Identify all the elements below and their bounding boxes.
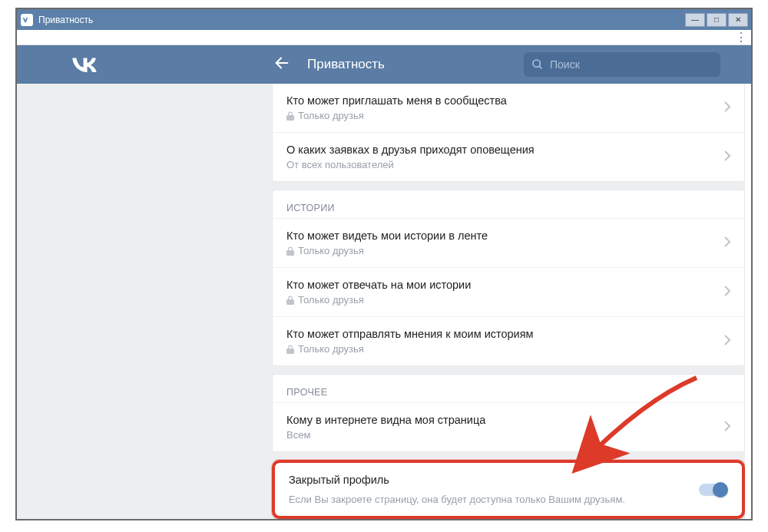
- setting-value: Только друзья: [286, 343, 724, 355]
- setting-title: Кому в интернете видна моя страница: [286, 414, 724, 426]
- setting-row-friend-requests[interactable]: О каких заявках в друзья приходят оповещ…: [273, 132, 744, 181]
- settings-panel-private-profile: Закрытый профиль Если Вы закроете страни…: [272, 460, 745, 519]
- setting-row-stories-view[interactable]: Кто может видеть мои истории в ленте Тол…: [273, 218, 744, 267]
- menubar: ⋮: [17, 30, 751, 45]
- setting-title: Кто может приглашать меня в сообщества: [286, 94, 724, 107]
- search-input[interactable]: [524, 52, 720, 77]
- titlebar[interactable]: Приватность ― □ ✕: [17, 9, 751, 30]
- settings-panel-other: ПРОЧЕЕ Кому в интернете видна моя страни…: [272, 374, 745, 452]
- section-heading: ПРОЧЕЕ: [273, 375, 744, 402]
- setting-value: От всех пользователей: [286, 159, 724, 170]
- lock-icon: [286, 111, 294, 121]
- lock-icon: [286, 296, 294, 305]
- content-area: Кто может приглашать меня в сообщества Т…: [17, 84, 745, 519]
- app-header: Приватность: [17, 45, 751, 84]
- setting-row-private-profile[interactable]: Закрытый профиль Если Вы закроете страни…: [275, 463, 742, 516]
- setting-row-stories-opinions[interactable]: Кто может отправлять мнения к моим истор…: [273, 316, 744, 365]
- vk-logo-icon[interactable]: [66, 56, 103, 73]
- chevron-right-icon: [724, 286, 730, 299]
- maximize-button[interactable]: □: [707, 13, 727, 27]
- setting-description: Если Вы закроете страницу, она будет дос…: [289, 489, 699, 505]
- lock-icon: [286, 246, 294, 256]
- back-arrow-icon[interactable]: [273, 55, 290, 74]
- setting-value: Только друзья: [286, 294, 724, 306]
- settings-panel: Кто может приглашать меня в сообщества Т…: [272, 84, 745, 182]
- vk-app-icon: [20, 13, 34, 27]
- setting-value: Только друзья: [286, 245, 724, 256]
- setting-title: Кто может отвечать на мои истории: [286, 279, 724, 291]
- header-title: Приватность: [307, 57, 385, 72]
- kebab-menu-icon[interactable]: ⋮: [735, 30, 746, 45]
- window-frame: Приватность ― □ ✕ ⋮ Приватность: [15, 8, 753, 520]
- search-icon: [531, 58, 544, 74]
- chevron-right-icon: [724, 101, 730, 115]
- setting-row-page-visibility[interactable]: Кому в интернете видна моя страница Всем: [273, 402, 744, 451]
- svg-line-3: [539, 66, 541, 68]
- minimize-button[interactable]: ―: [685, 13, 705, 27]
- setting-value: Всем: [286, 429, 724, 441]
- setting-title: Закрытый профиль: [289, 474, 699, 486]
- settings-panel-stories: ИСТОРИИ Кто может видеть мои истории в л…: [272, 190, 745, 366]
- chevron-right-icon: [724, 150, 730, 164]
- setting-value: Только друзья: [286, 110, 724, 121]
- svg-point-2: [533, 60, 540, 67]
- setting-row-stories-reply[interactable]: Кто может отвечать на мои истории Только…: [273, 267, 744, 316]
- setting-title: Кто может отправлять мнения к моим истор…: [286, 328, 724, 340]
- section-heading: ИСТОРИИ: [273, 190, 744, 218]
- close-button[interactable]: ✕: [728, 13, 748, 27]
- private-profile-toggle[interactable]: [699, 484, 727, 496]
- lock-icon: [286, 345, 294, 354]
- setting-row-invite-communities[interactable]: Кто может приглашать меня в сообщества Т…: [273, 84, 744, 132]
- chevron-right-icon: [724, 421, 730, 435]
- chevron-right-icon: [724, 335, 730, 349]
- setting-title: О каких заявках в друзья приходят оповещ…: [286, 144, 724, 156]
- chevron-right-icon: [724, 236, 730, 250]
- window-title: Приватность: [38, 15, 684, 25]
- setting-title: Кто может видеть мои истории в ленте: [286, 230, 724, 242]
